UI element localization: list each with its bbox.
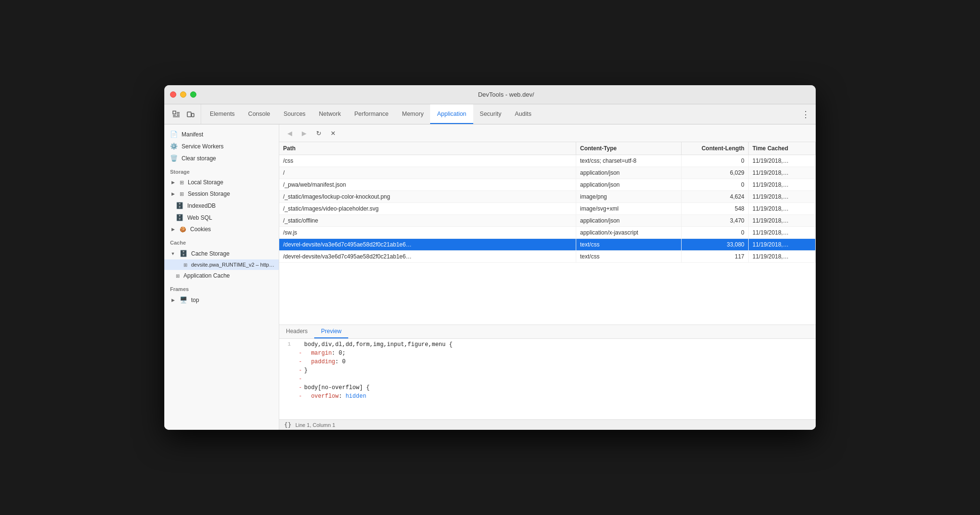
cache-storage-icon: 🗄️ — [180, 250, 187, 257]
sidebar-item-cookies[interactable]: ▶ 🍪 Cookies — [164, 224, 279, 235]
table-row[interactable]: /_static/images/lockup-color-knockout.pn… — [279, 191, 816, 203]
td-time-cached: 11/19/2018,… — [749, 215, 816, 226]
prev-button[interactable]: ◀ — [284, 127, 296, 139]
tab-audits[interactable]: Audits — [508, 104, 538, 124]
table-row[interactable]: /sw.js application/x-javascript 0 11/19/… — [279, 227, 816, 239]
session-storage-icon: ⊞ — [180, 191, 184, 197]
td-content-type: text/css — [576, 239, 682, 250]
td-path: /_static/offline — [279, 215, 576, 226]
code-line: - padding: 0 — [279, 358, 816, 367]
cache-toolbar: ◀ ▶ ↻ ✕ — [279, 124, 816, 142]
td-time-cached: 11/19/2018,… — [749, 203, 816, 214]
td-content-type: image/png — [576, 191, 682, 202]
table-row[interactable]: /css text/css; charset=utf-8 0 11/19/201… — [279, 155, 816, 167]
table-row-selected[interactable]: /devrel-devsite/va3e6d7c495ae58d2f0c21ab… — [279, 239, 816, 251]
table-row[interactable]: /_static/offline application/json 3,470 … — [279, 215, 816, 227]
td-content-length: 117 — [682, 251, 749, 262]
tab-headers[interactable]: Headers — [279, 325, 314, 338]
close-button[interactable] — [170, 91, 176, 98]
cache-section-header: Cache — [164, 235, 279, 247]
cookies-icon: 🍪 — [180, 226, 186, 233]
sidebar-item-application-cache[interactable]: ⊞ Application Cache — [164, 270, 279, 281]
sidebar-item-clear-storage[interactable]: 🗑️ Clear storage — [164, 152, 279, 164]
tab-memory[interactable]: Memory — [395, 104, 430, 124]
sidebar-item-top-frame[interactable]: ▶ 🖥️ top — [164, 294, 279, 306]
preview-content: 1 body,div,dl,dd,form,img,input,figure,m… — [279, 339, 816, 419]
td-time-cached: 11/19/2018,… — [749, 155, 816, 167]
expand-icon: ▶ — [170, 226, 176, 232]
preview-panel: Headers Preview 1 body,div,dl,dd,form,im… — [279, 325, 816, 430]
minimize-button[interactable] — [180, 91, 186, 98]
more-tabs-button[interactable]: ⋮ — [796, 104, 816, 124]
td-time-cached: 11/19/2018,… — [749, 179, 816, 190]
td-content-length: 33,080 — [682, 239, 749, 250]
expand-icon: ▶ — [170, 297, 176, 303]
traffic-lights — [170, 91, 196, 98]
tab-elements[interactable]: Elements — [203, 104, 241, 124]
table-row[interactable]: /_static/images/video-placeholder.svg im… — [279, 203, 816, 215]
code-line: - margin: 0; — [279, 349, 816, 358]
tab-sources[interactable]: Sources — [277, 104, 312, 124]
tab-security[interactable]: Security — [473, 104, 508, 124]
device-toolbar-icon[interactable] — [184, 108, 197, 121]
td-content-type: application/json — [576, 215, 682, 226]
th-content-type: Content-Type — [576, 142, 682, 155]
td-content-type: image/svg+xml — [576, 203, 682, 214]
status-braces-icon: {} — [284, 421, 292, 428]
preview-status-bar: {} Line 1, Column 1 — [279, 419, 816, 430]
td-time-cached: 11/19/2018,… — [749, 167, 816, 179]
tab-performance[interactable]: Performance — [348, 104, 396, 124]
td-path: /_static/images/video-placeholder.svg — [279, 203, 576, 214]
sidebar-item-cache-storage[interactable]: ▼ 🗄️ Cache Storage — [164, 247, 279, 259]
svg-rect-7 — [192, 113, 194, 117]
sidebar-item-service-workers[interactable]: ⚙️ Service Workers — [164, 140, 279, 152]
expand-icon: ▶ — [170, 191, 176, 197]
cache-table: Path Content-Type Content-Length Time Ca… — [279, 142, 816, 325]
refresh-button[interactable]: ↻ — [313, 127, 324, 139]
td-content-length: 0 — [682, 155, 749, 167]
sidebar: 📄 Manifest ⚙️ Service Workers 🗑️ Clear s… — [164, 124, 279, 430]
td-content-length: 4,624 — [682, 191, 749, 202]
table-row[interactable]: / application/json 6,029 11/19/2018,… — [279, 167, 816, 179]
td-path: /_static/images/lockup-color-knockout.pn… — [279, 191, 576, 202]
window-title: DevTools - web.dev/ — [202, 91, 810, 98]
maximize-button[interactable] — [190, 91, 196, 98]
local-storage-icon: ⊞ — [180, 179, 184, 186]
th-time-cached: Time Cached — [749, 142, 816, 155]
sidebar-item-local-storage[interactable]: ▶ ⊞ Local Storage — [164, 177, 279, 188]
td-time-cached: 11/19/2018,… — [749, 251, 816, 262]
next-button[interactable]: ▶ — [298, 127, 310, 139]
table-header: Path Content-Type Content-Length Time Ca… — [279, 142, 816, 155]
application-cache-icon: ⊞ — [176, 273, 180, 279]
clear-button[interactable]: ✕ — [327, 127, 339, 139]
tab-application[interactable]: Application — [430, 104, 473, 124]
devtools-window: DevTools - web.dev/ — [164, 85, 816, 430]
td-content-type: text/css; charset=utf-8 — [576, 155, 682, 167]
sidebar-item-indexeddb[interactable]: 🗄️ IndexedDB — [164, 200, 279, 212]
preview-tabs: Headers Preview — [279, 325, 816, 339]
inspect-element-icon[interactable] — [170, 108, 182, 121]
td-path: /sw.js — [279, 227, 576, 238]
tab-preview[interactable]: Preview — [314, 325, 348, 338]
sidebar-item-manifest[interactable]: 📄 Manifest — [164, 128, 279, 140]
sidebar-item-cache-storage-child[interactable]: ⊞ devsite.pwa_RUNTIME_v2 – https://web.c — [164, 259, 279, 270]
sidebar-item-web-sql[interactable]: 🗄️ Web SQL — [164, 212, 279, 224]
td-content-length: 0 — [682, 227, 749, 238]
tab-network[interactable]: Network — [312, 104, 348, 124]
svg-rect-0 — [173, 111, 176, 114]
cache-storage-child-icon: ⊞ — [183, 262, 187, 268]
td-content-length: 3,470 — [682, 215, 749, 226]
top-frame-icon: 🖥️ — [180, 296, 187, 303]
th-path: Path — [279, 142, 576, 155]
main-content: 📄 Manifest ⚙️ Service Workers 🗑️ Clear s… — [164, 124, 816, 430]
sidebar-item-session-storage[interactable]: ▶ ⊞ Session Storage — [164, 188, 279, 200]
devtools-icons — [166, 104, 201, 124]
td-content-type: text/css — [576, 251, 682, 262]
table-row[interactable]: /devrel-devsite/va3e6d7c495ae58d2f0c21ab… — [279, 251, 816, 263]
table-row[interactable]: /_pwa/web/manifest.json application/json… — [279, 179, 816, 191]
td-content-type: application/json — [576, 167, 682, 179]
clear-storage-icon: 🗑️ — [170, 155, 178, 162]
td-content-length: 0 — [682, 179, 749, 190]
storage-section-header: Storage — [164, 164, 279, 177]
tab-console[interactable]: Console — [241, 104, 277, 124]
